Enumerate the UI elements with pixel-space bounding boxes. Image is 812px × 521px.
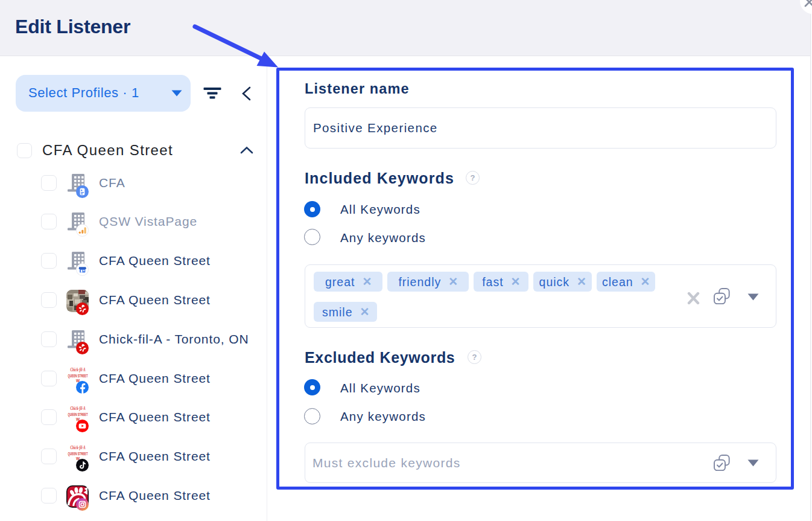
svg-text:Chick-fil-A: Chick-fil-A bbox=[71, 445, 86, 450]
svg-text:QUEEN STREET: QUEEN STREET bbox=[68, 373, 88, 379]
svg-text:QUEEN STREET: QUEEN STREET bbox=[68, 451, 88, 456]
svg-text:QUEEN STREET: QUEEN STREET bbox=[68, 412, 88, 417]
svg-text:Chick-fil-A: Chick-fil-A bbox=[71, 367, 86, 372]
svg-text:Chick-fil-A: Chick-fil-A bbox=[71, 406, 86, 411]
